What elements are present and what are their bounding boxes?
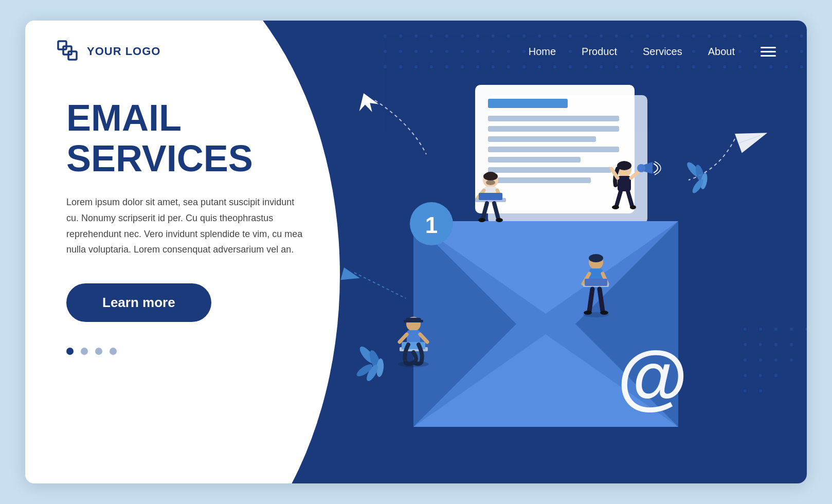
navigation: Home Product Services About [529, 46, 776, 58]
nav-about[interactable]: About [708, 46, 735, 58]
left-content: EMAIL SERVICES Lorem ipsum dolor sit ame… [66, 98, 349, 355]
dot-4[interactable] [110, 348, 117, 355]
logo-area: YOUR LOGO [56, 39, 160, 64]
hamburger-menu[interactable] [761, 47, 776, 57]
nav-services[interactable]: Services [643, 46, 682, 58]
nav-product[interactable]: Product [582, 46, 617, 58]
hero-title: EMAIL SERVICES [66, 98, 349, 179]
learn-more-button[interactable]: Learn more [66, 283, 211, 322]
logo-icon [56, 39, 81, 64]
hamburger-line-1 [761, 47, 776, 48]
dot-2[interactable] [81, 348, 88, 355]
hamburger-line-3 [761, 55, 776, 57]
hero-description: Lorem ipsum dolor sit amet, sea putant s… [66, 194, 303, 257]
svg-rect-104 [68, 51, 77, 60]
pagination-dots [66, 348, 349, 355]
logo-text: YOUR LOGO [87, 45, 160, 58]
svg-rect-103 [63, 46, 71, 55]
header: YOUR LOGO Home Product Services About [25, 21, 807, 82]
hamburger-line-2 [761, 51, 776, 52]
page-wrapper: YOUR LOGO Home Product Services About EM… [25, 21, 807, 483]
dot-3[interactable] [95, 348, 102, 355]
svg-rect-102 [58, 41, 66, 49]
nav-home[interactable]: Home [529, 46, 556, 58]
dot-1[interactable] [66, 348, 74, 355]
